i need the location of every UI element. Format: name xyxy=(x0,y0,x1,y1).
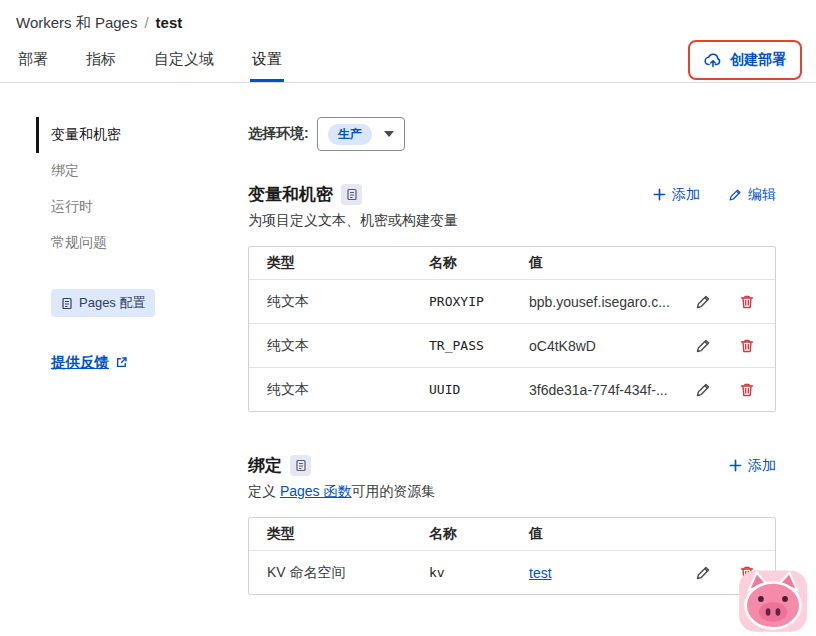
table-row: 纯文本 UUID 3f6de31a-774f-434f-... xyxy=(249,367,775,411)
tab-deployments[interactable]: 部署 xyxy=(16,50,50,82)
bindings-description-prefix: 定义 xyxy=(248,483,280,499)
table-row: KV 命名空间 kv test xyxy=(249,550,775,594)
create-deployment-button[interactable]: 创建部署 xyxy=(694,44,796,76)
create-deployment-label: 创建部署 xyxy=(730,51,786,69)
variables-table-header: 类型 名称 值 xyxy=(249,247,775,279)
pages-config-badge[interactable]: Pages 配置 xyxy=(51,289,155,317)
variable-value: 3f6de31a-774f-434f-... xyxy=(529,382,693,398)
variable-name: PROXYIP xyxy=(429,294,529,309)
delete-row-icon[interactable] xyxy=(737,380,757,400)
add-variable-button[interactable]: 添加 xyxy=(653,186,700,204)
col-header-type: 类型 xyxy=(267,254,429,272)
variable-value: oC4tK8wD xyxy=(529,338,693,354)
variable-name: TR_PASS xyxy=(429,338,529,353)
environment-label: 选择环境: xyxy=(248,125,309,143)
edit-row-icon[interactable] xyxy=(693,563,713,583)
variables-table: 类型 名称 值 纯文本 PROXYIP bpb.yousef.isegaro.c… xyxy=(248,246,776,412)
bindings-section: 绑定 添加 定义 Pages 函数可用 xyxy=(248,454,776,595)
chevron-down-icon xyxy=(384,131,394,137)
breadcrumb-current: test xyxy=(156,14,183,31)
environment-value-pill: 生产 xyxy=(328,124,372,145)
pages-config-label: Pages 配置 xyxy=(79,294,145,312)
add-binding-label: 添加 xyxy=(748,457,776,475)
variable-type: 纯文本 xyxy=(267,293,429,311)
binding-value-link[interactable]: test xyxy=(529,565,552,581)
environment-select[interactable]: 生产 xyxy=(317,117,405,151)
col-header-name: 名称 xyxy=(429,525,529,543)
bindings-table: 类型 名称 值 KV 命名空间 kv test xyxy=(248,517,776,595)
breadcrumb: Workers 和 Pages/test xyxy=(0,0,816,37)
variable-type: 纯文本 xyxy=(267,337,429,355)
feedback-link[interactable]: 提供反馈 xyxy=(51,353,128,372)
breadcrumb-section[interactable]: Workers 和 Pages xyxy=(16,14,137,31)
binding-type: KV 命名空间 xyxy=(267,564,429,582)
environment-row: 选择环境: 生产 xyxy=(248,117,776,151)
variables-section: 变量和机密 添加 xyxy=(248,183,776,412)
edit-row-icon[interactable] xyxy=(693,380,713,400)
col-header-type: 类型 xyxy=(267,525,429,543)
col-header-value: 值 xyxy=(529,525,693,543)
plus-icon xyxy=(729,459,742,472)
binding-name: kv xyxy=(429,565,529,580)
variable-value: bpb.yousef.isegaro.c... xyxy=(529,294,693,310)
tab-settings[interactable]: 设置 xyxy=(250,50,284,82)
variable-type: 纯文本 xyxy=(267,381,429,399)
feedback-label: 提供反馈 xyxy=(51,353,109,372)
content-area: 变量和机密 绑定 运行时 常规问题 Pages 配置 提供反馈 xyxy=(0,83,816,636)
tab-metrics[interactable]: 指标 xyxy=(84,50,118,82)
tab-custom-domains[interactable]: 自定义域 xyxy=(152,50,216,82)
variables-section-head: 变量和机密 添加 xyxy=(248,183,776,206)
settings-main: 选择环境: 生产 变量和机密 xyxy=(248,117,816,636)
variables-actions: 添加 编辑 xyxy=(653,186,776,204)
pig-sticker xyxy=(738,566,808,634)
col-header-name: 名称 xyxy=(429,254,529,272)
edit-variables-label: 编辑 xyxy=(748,186,776,204)
cloud-upload-icon xyxy=(704,52,722,68)
document-icon xyxy=(61,297,73,310)
bindings-description: 定义 Pages 函数可用的资源集 xyxy=(248,483,776,501)
sidebar-item-general[interactable]: 常规问题 xyxy=(36,225,248,261)
delete-row-icon[interactable] xyxy=(737,292,757,312)
bindings-actions: 添加 xyxy=(729,457,776,475)
bindings-section-head: 绑定 添加 xyxy=(248,454,776,477)
sidebar-item-variables[interactable]: 变量和机密 xyxy=(36,117,248,153)
pages-functions-link[interactable]: Pages 函数 xyxy=(280,483,352,499)
bindings-description-suffix: 可用的资源集 xyxy=(351,483,435,499)
external-link-icon xyxy=(115,356,128,369)
variables-description: 为项目定义文本、机密或构建变量 xyxy=(248,212,776,230)
breadcrumb-separator: / xyxy=(144,14,148,31)
delete-row-icon[interactable] xyxy=(737,336,757,356)
variable-name: UUID xyxy=(429,382,529,397)
variables-section-title: 变量和机密 xyxy=(248,183,333,206)
annotation-highlight: 创建部署 xyxy=(688,40,802,80)
sidebar-item-runtime[interactable]: 运行时 xyxy=(36,189,248,225)
info-doc-icon xyxy=(290,455,311,476)
table-row: 纯文本 PROXYIP bpb.yousef.isegaro.c... xyxy=(249,279,775,323)
edit-row-icon[interactable] xyxy=(693,292,713,312)
plus-icon xyxy=(653,188,666,201)
bindings-section-title: 绑定 xyxy=(248,454,282,477)
add-binding-button[interactable]: 添加 xyxy=(729,457,776,475)
edit-variables-button[interactable]: 编辑 xyxy=(728,186,776,204)
settings-sidebar: 变量和机密 绑定 运行时 常规问题 Pages 配置 提供反馈 xyxy=(0,117,248,636)
sidebar-item-bindings[interactable]: 绑定 xyxy=(36,153,248,189)
edit-row-icon[interactable] xyxy=(693,336,713,356)
bindings-table-header: 类型 名称 值 xyxy=(249,518,775,550)
pencil-icon xyxy=(728,188,742,202)
add-variable-label: 添加 xyxy=(672,186,700,204)
table-row: 纯文本 TR_PASS oC4tK8wD xyxy=(249,323,775,367)
col-header-value: 值 xyxy=(529,254,693,272)
info-doc-icon xyxy=(341,184,362,205)
